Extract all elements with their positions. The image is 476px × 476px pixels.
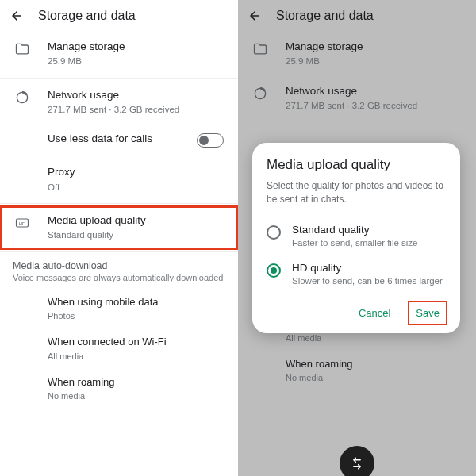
swap-icon [349,455,365,471]
row-subtitle: Standard quality [48,229,225,242]
data-usage-icon [14,90,30,106]
page-title: Storage and data [38,9,136,23]
row-media-upload-quality[interactable]: HD Media upload quality Standard quality [0,205,238,250]
settings-screen-left: Storage and data Manage storage 25.9 MB … [0,0,238,476]
settings-screen-right: Storage and data Manage storage 25.9 MB … [238,0,476,476]
row-network-usage[interactable]: Network usage 271.7 MB sent · 3.2 GB rec… [0,80,238,125]
row-subtitle: Off [48,182,225,194]
option-title: HD quality [292,262,446,274]
row-title: When connected on Wi-Fi [48,335,225,349]
folder-icon [14,41,30,57]
row-title: Proxy [48,165,225,179]
row-subtitle: No media [48,390,225,402]
divider [0,78,238,79]
row-proxy[interactable]: Proxy Off [0,157,238,202]
screen: Storage and data Manage storage 25.9 MB … [0,0,238,476]
media-upload-quality-dialog: Media upload quality Select the quality … [252,143,460,333]
radio-unselected-icon [267,225,281,240]
save-button[interactable]: Save [409,302,446,324]
cancel-button[interactable]: Cancel [351,302,398,324]
fab-button[interactable] [340,446,374,476]
divider [0,251,238,252]
divider [0,203,238,204]
row-subtitle: 25.9 MB [48,56,225,68]
dialog-actions: Cancel Save [267,302,446,324]
option-subtitle: Faster to send, smaller file size [292,237,446,250]
option-standard-quality[interactable]: Standard quality Faster to send, smaller… [267,217,446,256]
dialog-title: Media upload quality [267,157,446,173]
row-title: When roaming [48,375,225,390]
row-title: When using mobile data [48,295,225,309]
row-wifi[interactable]: When connected on Wi-Fi All media [0,328,238,368]
row-manage-storage[interactable]: Manage storage 25.9 MB [0,32,238,76]
use-less-data-toggle[interactable] [197,133,224,148]
dialog-description: Select the quality for photos and videos… [267,179,446,206]
row-title: Media upload quality [48,213,225,228]
section-description: Voice messages are always automatically … [0,273,238,289]
row-mobile-data[interactable]: When using mobile data Photos [0,289,238,328]
row-subtitle: 271.7 MB sent · 3.2 GB received [48,104,225,117]
hd-icon: HD [14,215,30,231]
back-arrow-icon[interactable] [10,9,24,23]
option-subtitle: Slower to send, can be 6 times larger [292,275,446,288]
section-label: Media auto-download [0,254,238,273]
row-roaming[interactable]: When roaming No media [0,369,238,409]
radio-selected-icon [267,263,281,278]
row-title: Manage storage [48,40,225,54]
row-use-less-data[interactable]: Use less data for calls [0,124,238,157]
svg-text:HD: HD [19,221,25,226]
row-subtitle: Photos [48,310,225,322]
option-title: Standard quality [292,224,446,236]
row-title: Network usage [48,88,225,102]
header: Storage and data [0,0,238,32]
row-subtitle: All media [48,351,225,363]
option-hd-quality[interactable]: HD quality Slower to send, can be 6 time… [267,255,446,294]
